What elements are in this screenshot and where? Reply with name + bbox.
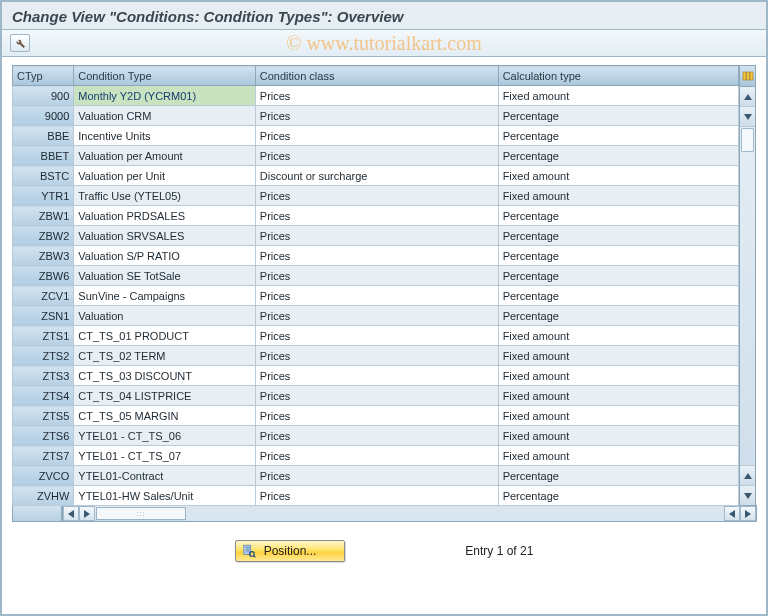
cell-condition-type[interactable]: Valuation [74,306,256,326]
cell-calculation-type[interactable]: Fixed amount [498,386,738,406]
cell-condition-class[interactable]: Prices [255,146,498,166]
cell-calculation-type[interactable]: Fixed amount [498,186,738,206]
cell-ctyp[interactable]: BBE [13,126,74,146]
table-row[interactable]: BSTCValuation per UnitDiscount or surcha… [13,166,739,186]
cell-condition-type[interactable]: YTEL01-HW Sales/Unit [74,486,256,506]
table-row[interactable]: 900Monthly Y2D (YCRM01)PricesFixed amoun… [13,86,739,106]
cell-condition-class[interactable]: Prices [255,106,498,126]
cell-condition-type[interactable]: Valuation SRVSALES [74,226,256,246]
cell-condition-type[interactable]: CT_TS_01 PRODUCT [74,326,256,346]
table-row[interactable]: BBETValuation per AmountPricesPercentage [13,146,739,166]
cell-calculation-type[interactable]: Percentage [498,206,738,226]
cell-ctyp[interactable]: ZBW1 [13,206,74,226]
hscroll-left2-button[interactable] [724,506,740,521]
table-row[interactable]: ZTS5CT_TS_05 MARGINPricesFixed amount [13,406,739,426]
cell-condition-class[interactable]: Prices [255,246,498,266]
cell-condition-type[interactable]: CT_TS_05 MARGIN [74,406,256,426]
cell-calculation-type[interactable]: Fixed amount [498,406,738,426]
cell-condition-type[interactable]: Traffic Use (YTEL05) [74,186,256,206]
cell-condition-type[interactable]: YTEL01-Contract [74,466,256,486]
cell-ctyp[interactable]: ZTS2 [13,346,74,366]
col-header-class[interactable]: Condition class [255,66,498,86]
cell-calculation-type[interactable]: Percentage [498,466,738,486]
cell-condition-class[interactable]: Prices [255,86,498,106]
cell-calculation-type[interactable]: Percentage [498,306,738,326]
hscroll-right2-button[interactable] [740,506,756,521]
cell-condition-class[interactable]: Prices [255,266,498,286]
cell-ctyp[interactable]: 900 [13,86,74,106]
cell-calculation-type[interactable]: Fixed amount [498,366,738,386]
table-row[interactable]: ZTS6YTEL01 - CT_TS_06PricesFixed amount [13,426,739,446]
cell-ctyp[interactable]: ZBW3 [13,246,74,266]
cell-ctyp[interactable]: BSTC [13,166,74,186]
cell-condition-type[interactable]: Valuation PRDSALES [74,206,256,226]
cell-condition-type[interactable]: YTEL01 - CT_TS_07 [74,446,256,466]
cell-calculation-type[interactable]: Percentage [498,246,738,266]
scroll-up-button[interactable] [740,87,755,107]
table-row[interactable]: 9000Valuation CRMPricesPercentage [13,106,739,126]
cell-condition-class[interactable]: Prices [255,186,498,206]
table-row[interactable]: ZTS1CT_TS_01 PRODUCTPricesFixed amount [13,326,739,346]
cell-calculation-type[interactable]: Percentage [498,146,738,166]
table-row[interactable]: ZSN1ValuationPricesPercentage [13,306,739,326]
table-row[interactable]: ZTS4CT_TS_04 LISTPRICEPricesFixed amount [13,386,739,406]
cell-condition-class[interactable]: Prices [255,206,498,226]
cell-ctyp[interactable]: ZSN1 [13,306,74,326]
cell-condition-class[interactable]: Prices [255,226,498,246]
table-row[interactable]: ZTS2CT_TS_02 TERMPricesFixed amount [13,346,739,366]
cell-condition-type[interactable]: CT_TS_04 LISTPRICE [74,386,256,406]
cell-condition-type[interactable]: Valuation per Amount [74,146,256,166]
table-row[interactable]: BBEIncentive UnitsPricesPercentage [13,126,739,146]
tool-wrench-button[interactable] [10,34,30,52]
cell-condition-type[interactable]: Valuation SE TotSale [74,266,256,286]
table-row[interactable]: ZVCOYTEL01-ContractPricesPercentage [13,466,739,486]
cell-ctyp[interactable]: ZTS7 [13,446,74,466]
cell-ctyp[interactable]: BBET [13,146,74,166]
cell-calculation-type[interactable]: Percentage [498,106,738,126]
cell-ctyp[interactable]: ZTS1 [13,326,74,346]
hscroll-thumb[interactable]: ::: [96,507,186,520]
cell-calculation-type[interactable]: Fixed amount [498,86,738,106]
hscroll-right-button[interactable] [79,506,95,521]
col-header-calc[interactable]: Calculation type [498,66,738,86]
cell-calculation-type[interactable]: Fixed amount [498,166,738,186]
cell-condition-type[interactable]: CT_TS_03 DISCOUNT [74,366,256,386]
table-row[interactable]: ZBW6Valuation SE TotSalePricesPercentage [13,266,739,286]
vertical-scrollbar[interactable] [739,65,756,506]
cell-condition-type[interactable]: Valuation S/P RATIO [74,246,256,266]
table-row[interactable]: ZBW3Valuation S/P RATIOPricesPercentage [13,246,739,266]
cell-calculation-type[interactable]: Fixed amount [498,326,738,346]
cell-condition-type[interactable]: Valuation per Unit [74,166,256,186]
cell-calculation-type[interactable]: Fixed amount [498,446,738,466]
cell-condition-class[interactable]: Prices [255,366,498,386]
cell-condition-class[interactable]: Prices [255,286,498,306]
cell-calculation-type[interactable]: Fixed amount [498,426,738,446]
cell-ctyp[interactable]: ZTS3 [13,366,74,386]
table-row[interactable]: YTR1Traffic Use (YTEL05)PricesFixed amou… [13,186,739,206]
cell-condition-class[interactable]: Prices [255,306,498,326]
cell-condition-class[interactable]: Prices [255,466,498,486]
cell-ctyp[interactable]: ZTS4 [13,386,74,406]
scroll-down-small-button[interactable] [740,107,755,127]
cell-ctyp[interactable]: 9000 [13,106,74,126]
cell-calculation-type[interactable]: Percentage [498,286,738,306]
cell-calculation-type[interactable]: Percentage [498,226,738,246]
col-header-ctyp[interactable]: CTyp [13,66,74,86]
cell-condition-type[interactable]: SunVine - Campaigns [74,286,256,306]
scroll-thumb[interactable] [741,128,754,152]
cell-ctyp[interactable]: ZBW2 [13,226,74,246]
cell-ctyp[interactable]: ZTS6 [13,426,74,446]
cell-condition-type[interactable]: Valuation CRM [74,106,256,126]
cell-ctyp[interactable]: ZBW6 [13,266,74,286]
cell-condition-type[interactable]: Monthly Y2D (YCRM01) [74,86,256,106]
cell-ctyp[interactable]: YTR1 [13,186,74,206]
cell-condition-class[interactable]: Prices [255,446,498,466]
cell-calculation-type[interactable]: Percentage [498,126,738,146]
hscroll-track[interactable] [187,506,724,521]
cell-calculation-type[interactable]: Percentage [498,266,738,286]
cell-condition-type[interactable]: Incentive Units [74,126,256,146]
col-header-name[interactable]: Condition Type [74,66,256,86]
horizontal-scrollbar-left[interactable]: ::: [62,505,757,522]
cell-condition-class[interactable]: Prices [255,426,498,446]
cell-condition-class[interactable]: Discount or surcharge [255,166,498,186]
